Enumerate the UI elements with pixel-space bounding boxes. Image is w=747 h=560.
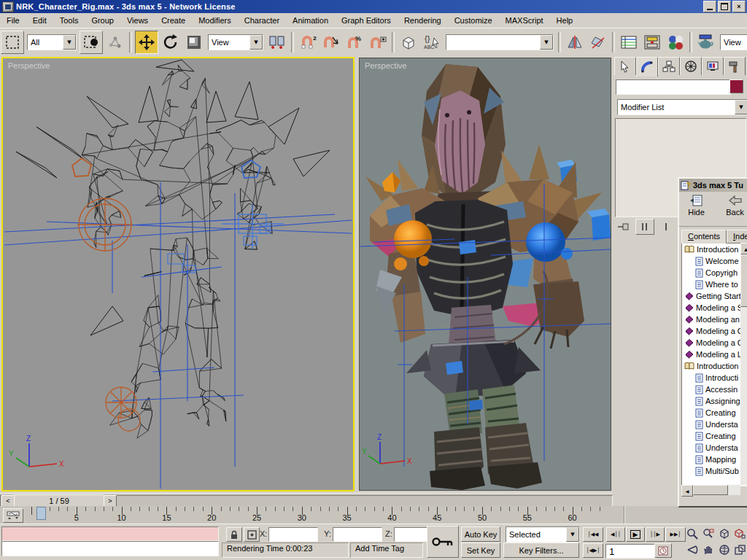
menu-item-character[interactable]: Character — [238, 14, 286, 27]
add-time-tag[interactable]: Add Time Tag — [350, 542, 423, 558]
tab-motion[interactable] — [680, 57, 702, 75]
time-forward-button[interactable]: > — [104, 495, 117, 507]
zoom-extents-all-button[interactable] — [732, 526, 747, 540]
tree-item[interactable]: Where to — [682, 279, 747, 290]
snap-toggle-button[interactable]: 2 — [297, 31, 319, 53]
tab-index[interactable]: Index — [727, 230, 747, 244]
percent-snap-button[interactable]: % — [344, 31, 365, 53]
set-key-mode-button[interactable] — [427, 526, 459, 558]
selection-region-button[interactable] — [1, 31, 24, 54]
scroll-thumb[interactable] — [693, 485, 728, 495]
next-frame-button[interactable]: ││▶ — [646, 527, 665, 542]
select-and-scale-button[interactable] — [183, 31, 205, 53]
min-max-toggle-button[interactable] — [732, 542, 747, 556]
select-by-name-button[interactable] — [80, 31, 103, 54]
tree-item[interactable]: Creating — [682, 430, 747, 442]
align-button[interactable] — [587, 31, 609, 53]
tree-item[interactable]: Creating — [682, 407, 747, 419]
time-configuration-button[interactable] — [654, 543, 672, 558]
modifier-list-dropdown[interactable]: Modifier List ▼ — [617, 99, 747, 115]
reference-coordsys-dropdown[interactable]: View ▼ — [208, 34, 263, 50]
menu-item-file[interactable]: File — [0, 14, 26, 27]
make-unique-button[interactable] — [657, 219, 675, 234]
tab-utilities[interactable] — [724, 57, 746, 75]
zoom-extents-button[interactable] — [716, 526, 732, 540]
object-color-swatch[interactable] — [729, 79, 743, 93]
hide-button[interactable]: Hide — [682, 194, 711, 217]
angle-snap-button[interactable] — [320, 31, 342, 53]
menu-item-graph-editors[interactable]: Graph Editors — [335, 14, 398, 27]
render-type-dropdown[interactable]: View ▼ — [720, 34, 747, 50]
spinner-snap-button[interactable] — [367, 31, 389, 53]
material-editor-button[interactable] — [665, 31, 686, 53]
selection-lock-button[interactable] — [226, 527, 242, 542]
viewport-label[interactable]: Perspective — [365, 61, 406, 70]
tree-item[interactable]: Multi/Sub — [682, 465, 747, 477]
right-wrist-sphere-blue[interactable] — [526, 222, 565, 262]
named-selection-sets-button[interactable]: {}ABC — [421, 31, 443, 53]
pentagon-gizmo-orange[interactable] — [72, 158, 91, 176]
set-key-button[interactable]: Set Key — [461, 542, 500, 558]
prompt-line[interactable] — [1, 541, 219, 556]
render-scene-button[interactable] — [695, 31, 717, 53]
hand-gizmo-blue[interactable] — [222, 204, 284, 249]
tree-item[interactable]: Getting Starte — [682, 290, 747, 302]
menu-item-modifiers[interactable]: Modifiers — [192, 14, 238, 27]
track-view-button[interactable] — [618, 31, 640, 53]
scroll-up-button[interactable]: ▲ — [740, 243, 747, 254]
tab-create[interactable] — [614, 57, 636, 75]
menu-item-edit[interactable]: Edit — [26, 14, 53, 27]
tab-contents[interactable]: Contents — [681, 230, 727, 244]
current-frame-marker[interactable] — [36, 507, 46, 520]
menu-item-animation[interactable]: Animation — [286, 14, 335, 27]
pelvis-gizmo-blue[interactable] — [168, 254, 196, 273]
tree-item[interactable]: Modeling an — [682, 314, 747, 325]
tab-display[interactable] — [702, 57, 724, 75]
tree-item[interactable]: Assigning — [682, 395, 747, 407]
tree-item[interactable]: Introducti — [682, 372, 747, 384]
menu-item-tools[interactable]: Tools — [53, 14, 85, 27]
menu-item-group[interactable]: Group — [85, 14, 120, 27]
tab-modify[interactable] — [636, 57, 658, 77]
menu-item-help[interactable]: Help — [550, 14, 580, 27]
current-frame-field[interactable] — [605, 544, 657, 559]
scroll-left-button[interactable]: ◀ — [681, 485, 693, 497]
tree-item[interactable]: Copyrigh — [682, 267, 747, 279]
x-coordinate-field[interactable] — [268, 527, 318, 542]
arc-rotate-button[interactable] — [716, 542, 732, 556]
menu-item-create[interactable]: Create — [155, 14, 192, 27]
viewport-right-perspective[interactable]: Z X Y Perspective — [359, 58, 611, 491]
tree-item[interactable]: Accessin — [682, 384, 747, 395]
open-mini-curve-editor-button[interactable] — [3, 508, 23, 523]
y-coordinate-field[interactable] — [333, 527, 382, 542]
menu-item-rendering[interactable]: Rendering — [398, 14, 448, 27]
left-wrist-sphere-orange[interactable] — [394, 220, 432, 258]
tree-item[interactable]: Modeling a S — [682, 302, 747, 314]
z-coordinate-field[interactable] — [394, 527, 427, 542]
tree-item[interactable]: Modeling a C — [682, 337, 747, 349]
use-pivot-center-button[interactable] — [266, 31, 288, 53]
key-mode-toggle-button[interactable]: │◀▶│ — [583, 543, 603, 558]
tree-item[interactable]: Understa — [682, 419, 747, 430]
auto-key-button[interactable]: Auto Key — [461, 526, 500, 542]
key-filters-button[interactable]: Key Filters... — [503, 542, 579, 558]
field-of-view-button[interactable] — [684, 542, 700, 556]
pan-button[interactable] — [700, 542, 716, 556]
back-button[interactable]: Back — [721, 194, 747, 217]
help-vertical-scrollbar[interactable]: ▲ — [740, 243, 747, 485]
edit-named-selections-button[interactable] — [398, 31, 419, 53]
viewport-left-perspective[interactable]: Z X Y Perspective — [1, 57, 355, 491]
tree-item[interactable]: Welcome t — [682, 255, 747, 267]
restore-button[interactable] — [718, 1, 731, 12]
select-and-rotate-button[interactable] — [160, 31, 182, 53]
foot-wheel-gizmo-orange[interactable] — [106, 387, 140, 431]
tree-item[interactable]: Modeling a C — [682, 325, 747, 337]
previous-frame-button[interactable]: ◀││ — [606, 527, 625, 542]
named-selection-dropdown[interactable]: ▼ — [446, 34, 554, 50]
go-to-end-button[interactable]: ▶▶│ — [665, 527, 686, 542]
tree-item[interactable]: Introduction — [682, 244, 747, 255]
selection-filter-dropdown[interactable]: All ▼ — [27, 34, 77, 50]
schematic-view-button[interactable] — [641, 31, 663, 53]
help-horizontal-scrollbar[interactable]: ◀ — [681, 485, 740, 495]
select-and-move-button[interactable] — [135, 31, 158, 54]
